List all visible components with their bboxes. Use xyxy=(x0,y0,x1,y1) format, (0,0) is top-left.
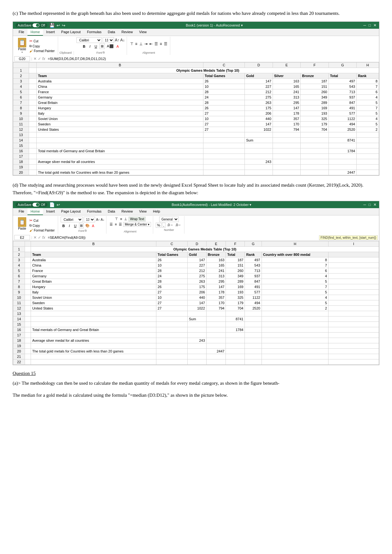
excel2-row-num-5[interactable]: 5 xyxy=(13,268,25,274)
cell-r1-A[interactable] xyxy=(29,68,37,73)
cell-r2-c3[interactable]: Gold xyxy=(245,73,273,79)
excel2-col-A-header[interactable] xyxy=(25,241,31,247)
cell-r11-c3[interactable]: 147 xyxy=(245,122,273,127)
cell-r11-c2[interactable]: 27 xyxy=(203,122,244,127)
cell-r19-c7[interactable] xyxy=(357,165,379,170)
excel2-cell-r15-c2[interactable] xyxy=(156,322,188,327)
excel2-row-num-15[interactable]: 15 xyxy=(13,322,25,327)
col-E-header[interactable]: E xyxy=(273,63,300,68)
excel2-cell-r16-c7[interactable] xyxy=(262,327,328,333)
excel2-cell-r17-c7[interactable] xyxy=(262,333,328,338)
excel2-cell-r11-c4[interactable]: 170 xyxy=(206,300,226,306)
close-icon[interactable]: ✕ xyxy=(373,23,377,27)
cell-r8-c2[interactable]: 26 xyxy=(203,105,244,111)
excel2-maximize-icon[interactable]: □ xyxy=(369,202,371,207)
excel2-cell-r4-c2[interactable]: 10 xyxy=(156,263,188,268)
font-grow-icon[interactable]: A↑ xyxy=(115,38,119,42)
cell-r15-c2[interactable] xyxy=(203,143,244,148)
excel2-cell-r20-c6[interactable] xyxy=(245,349,262,354)
excel2-cell-r16-c0[interactable] xyxy=(25,327,31,333)
excel2-cell-r7-c7[interactable]: 5 xyxy=(262,279,328,284)
insert-function-icon[interactable]: fx xyxy=(42,57,45,61)
excel2-font-color-icon[interactable]: A xyxy=(91,224,95,228)
excel2-cell-r6-c1[interactable]: Germany xyxy=(31,274,156,279)
excel2-cell-r13-c2[interactable] xyxy=(156,311,188,316)
excel2-close-icon[interactable]: ✕ xyxy=(373,202,377,207)
excel2-copy-button[interactable]: ⧉ Copy xyxy=(29,223,55,228)
cell-r17-c3[interactable] xyxy=(245,154,273,159)
row-num-3[interactable]: 3 xyxy=(13,79,29,84)
cell-r15-c3[interactable] xyxy=(245,143,273,148)
cell-r8-c5[interactable]: 169 xyxy=(301,105,329,111)
excel2-cell-r8-c7[interactable]: 7 xyxy=(262,284,328,290)
excel2-row-num-8[interactable]: 8 xyxy=(13,284,25,290)
excel2-cell-r20-c3[interactable] xyxy=(187,349,206,354)
cell-r6-c1[interactable]: Germany xyxy=(37,95,203,100)
excel2-row-num-11[interactable]: 11 xyxy=(13,300,25,306)
cell-r19-c6[interactable] xyxy=(329,165,356,170)
cell-r20-c6[interactable]: 2447 xyxy=(329,170,356,175)
cell-r2-c1[interactable]: Team xyxy=(37,73,203,79)
excel2-cell-r22-c0[interactable] xyxy=(25,359,31,365)
excel2-cell-r15-c1[interactable] xyxy=(31,322,156,327)
autosave-toggle[interactable] xyxy=(33,23,39,27)
cell-r8-c3[interactable]: 175 xyxy=(245,105,273,111)
cell-r17-c5[interactable] xyxy=(301,154,329,159)
cell-r7-c3[interactable]: 263 xyxy=(245,100,273,105)
excel2-align-center-icon[interactable]: ≡ xyxy=(114,222,117,227)
excel2-cell-r13-c0[interactable] xyxy=(25,311,31,316)
excel2-cell-r13-c1[interactable] xyxy=(31,311,156,316)
tab-review[interactable]: Review xyxy=(118,29,136,36)
excel2-cell-r15-c5[interactable] xyxy=(226,322,245,327)
excel2-cell-r3-c5[interactable]: 187 xyxy=(226,257,245,263)
paste-button[interactable]: 📋 Paste ▾ xyxy=(17,38,27,54)
excel2-underline-button[interactable]: U xyxy=(72,223,78,228)
excel2-cell-r9-c6[interactable]: 577 xyxy=(245,290,262,295)
excel2-cell-r4-c1[interactable]: China xyxy=(31,263,156,268)
excel2-cell-reference-box[interactable] xyxy=(14,235,30,240)
cell-r4-c7[interactable]: 7 xyxy=(357,84,379,89)
cell-r10-c7[interactable]: 4 xyxy=(357,116,379,122)
excel2-cell-r8-c8[interactable] xyxy=(329,284,379,290)
cell-reference-box[interactable] xyxy=(14,56,30,61)
cell-r4-c3[interactable]: 227 xyxy=(245,84,273,89)
cell-r9-c1[interactable]: Italy xyxy=(37,111,203,116)
excel2-tab-page-layout[interactable]: Page Layout xyxy=(58,208,84,215)
excel2-row-num-13[interactable]: 13 xyxy=(13,311,25,316)
excel2-cell-r16-c4[interactable] xyxy=(206,327,226,333)
excel2-cell-r20-c8[interactable] xyxy=(329,349,379,354)
excel2-cell-r21-c0[interactable] xyxy=(25,354,31,359)
cell-r9-c6[interactable]: 577 xyxy=(329,111,356,116)
cell-r13-c0[interactable] xyxy=(29,132,37,138)
excel2-cell-r10-c3[interactable]: 440 xyxy=(187,295,206,300)
cell-r16-c7[interactable] xyxy=(357,148,379,154)
row-num-9[interactable]: 9 xyxy=(13,111,29,116)
cell-r7-c7[interactable]: 5 xyxy=(357,100,379,105)
cell-r18-c0[interactable] xyxy=(29,159,37,165)
cell-r13-c6[interactable] xyxy=(329,132,356,138)
cell-r17-c6[interactable] xyxy=(329,154,356,159)
excel2-wrap-text-button[interactable]: Wrap Text xyxy=(129,217,146,221)
excel2-cell-r16-c8[interactable] xyxy=(329,327,379,333)
excel2-paste-button[interactable]: 📋 Paste xyxy=(17,217,27,230)
cell-r10-c6[interactable]: 1122 xyxy=(329,116,356,122)
cell-r14-c3[interactable]: Sum xyxy=(245,138,273,143)
excel2-cell-r20-c2[interactable] xyxy=(156,349,188,354)
cell-r7-c2[interactable]: 28 xyxy=(203,100,244,105)
excel2-cell-r2-c1[interactable]: Team xyxy=(31,252,156,257)
excel2-tab-data[interactable]: Data xyxy=(105,208,118,215)
cell-r15-c5[interactable] xyxy=(301,143,329,148)
excel2-cell-r21-c7[interactable] xyxy=(262,354,328,359)
excel2-fill-color-icon[interactable]: 🎨 xyxy=(85,223,90,228)
cell-r11-c6[interactable]: 494 xyxy=(329,122,356,127)
excel2-cell-r12-c3[interactable]: 1022 xyxy=(187,306,206,311)
excel2-tab-review[interactable]: Review xyxy=(118,208,136,215)
cell-r11-c7[interactable]: 5 xyxy=(357,122,379,127)
cell-r9-c0[interactable] xyxy=(29,111,37,116)
excel2-cell-r14-c2[interactable] xyxy=(156,316,188,322)
excel2-cell-r6-c3[interactable]: 275 xyxy=(187,274,206,279)
tab-file[interactable]: File xyxy=(15,29,27,36)
excel2-cell-r5-c4[interactable]: 241 xyxy=(206,268,226,274)
excel2-cell-r22-c1[interactable] xyxy=(31,359,156,365)
excel2-align-top-icon[interactable]: ⊤ xyxy=(114,217,119,221)
